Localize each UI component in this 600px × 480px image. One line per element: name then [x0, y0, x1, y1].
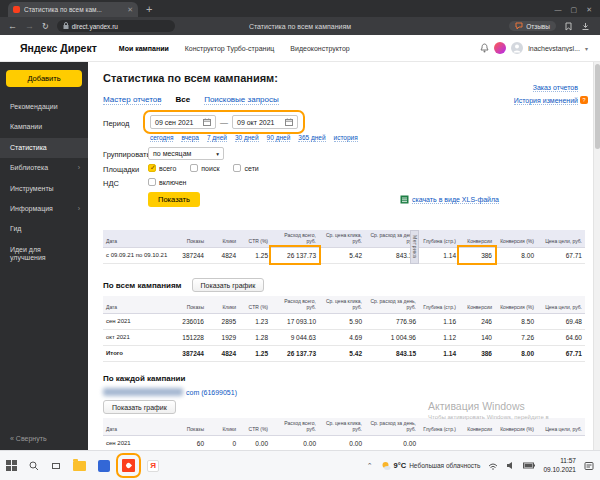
volume-icon[interactable] [506, 461, 515, 470]
checkbox-checked-icon[interactable] [148, 164, 156, 172]
wifi-icon[interactable] [488, 462, 498, 470]
page-scrollbar[interactable] [593, 62, 600, 450]
column-header[interactable]: Показы [169, 230, 207, 247]
column-header[interactable]: Глубина (стр.) [419, 230, 459, 247]
new-tab-button[interactable]: + [146, 2, 152, 17]
browser-tab[interactable]: Статистика по всем кам... ✕ [8, 2, 138, 17]
order-reports-link[interactable]: Заказ отчетов [533, 84, 578, 92]
chevron-down-icon[interactable]: ▾ [585, 45, 588, 52]
sidebar-collapse-button[interactable]: Свернуть [10, 435, 47, 442]
column-header[interactable]: Дата [103, 230, 169, 247]
tab-search-queries[interactable]: Поисковые запросы [204, 95, 278, 105]
scrollbar-thumb[interactable] [595, 64, 600, 149]
column-header[interactable]: Клики [207, 296, 239, 313]
sidebar-item-ideas[interactable]: Идеи для улучшения [0, 240, 88, 269]
campaign-name-blurred[interactable] [103, 388, 183, 396]
reload-icon[interactable]: ↻ [42, 22, 49, 31]
history-link[interactable]: История изменений [514, 97, 578, 105]
column-header[interactable]: Цена цели, руб. [537, 418, 585, 435]
taskbar-clock[interactable]: 11:57 09.10.2021 [543, 457, 576, 473]
column-header[interactable]: Показы [169, 418, 207, 435]
maximize-icon[interactable]: ▢ [571, 6, 578, 14]
vat-included[interactable]: включен [148, 178, 186, 186]
yandex-browser-icon-annotated[interactable] [122, 459, 135, 472]
column-header[interactable]: Конверсии [459, 230, 495, 247]
tray-expand-icon[interactable]: ⌃ [367, 462, 373, 470]
group-select[interactable]: по месяцам ▾ [148, 147, 224, 160]
nav-turbo-pages[interactable]: Конструктор Турбо-страниц [185, 45, 275, 52]
notification-center-icon[interactable] [584, 461, 594, 471]
quick-link-90days[interactable]: 90 дней [267, 134, 291, 142]
calendar-icon[interactable] [285, 118, 293, 126]
forward-icon[interactable]: → [25, 21, 34, 31]
task-view-icon[interactable] [51, 461, 61, 471]
bookmark-icon[interactable] [565, 22, 572, 31]
file-explorer-icon[interactable] [73, 461, 86, 471]
avatar[interactable] [511, 42, 523, 54]
date-from-input[interactable]: 09 сен 2021 [150, 115, 216, 129]
column-header[interactable]: Расход всего, руб. [271, 418, 319, 435]
download-xls-link[interactable]: скачать в виде XLS-файла [400, 195, 499, 204]
nav-video-constructor[interactable]: Видеоконструктор [290, 45, 349, 52]
download-icon[interactable] [581, 22, 590, 31]
column-header[interactable]: Цена цели, руб. [537, 230, 585, 247]
back-icon[interactable]: ← [8, 21, 17, 31]
bell-icon[interactable] [480, 43, 489, 53]
checkbox-icon[interactable] [148, 178, 156, 186]
minimize-icon[interactable]: — [555, 6, 562, 14]
column-header[interactable]: Ср. цена клика, руб. [319, 296, 365, 313]
battery-icon[interactable] [523, 462, 535, 469]
column-header[interactable]: Клики [207, 418, 239, 435]
sidebar-item-library[interactable]: Библиотека › [0, 158, 88, 178]
feedback-button[interactable]: Отзывы [509, 21, 556, 31]
column-header[interactable]: Дата [103, 296, 169, 313]
sidebar-item-statistics[interactable]: Статистика [0, 138, 88, 158]
weather-widget[interactable]: 9°C Небольшая облачность [381, 461, 481, 471]
column-header[interactable]: Глубина (стр.) [419, 296, 459, 313]
sidebar-item-tools[interactable]: Инструменты [0, 179, 88, 199]
quick-link-365days[interactable]: 365 дней [298, 134, 325, 142]
tab-report-master[interactable]: Мастер отчетов [103, 95, 161, 105]
column-header[interactable]: Ср. цена клика, руб. [319, 230, 365, 247]
nav-my-campaigns[interactable]: Мои кампании [119, 45, 169, 52]
close-icon[interactable]: ✕ [586, 6, 592, 14]
sidebar-item-recommendations[interactable]: Рекомендации [0, 97, 88, 117]
quick-link-today[interactable]: сегодня [150, 134, 173, 142]
quick-link-history[interactable]: история [334, 134, 358, 142]
column-header[interactable]: Дата [103, 418, 169, 435]
platform-total[interactable]: всего [148, 164, 176, 172]
column-header[interactable]: Конверсия (%) [495, 296, 537, 313]
column-header[interactable]: Глубина (стр.) [419, 418, 459, 435]
column-header[interactable]: Клики [207, 230, 239, 247]
metrika-vertical-tab[interactable]: Метрика [410, 230, 419, 264]
column-header[interactable]: Расход всего, руб. [271, 230, 319, 247]
checkbox-icon[interactable] [233, 164, 241, 172]
column-header[interactable]: Ср. расход за день, руб. [365, 418, 419, 435]
quick-link-yesterday[interactable]: вчера [181, 134, 198, 142]
column-header[interactable]: Конверсии [459, 296, 495, 313]
checkbox-icon[interactable] [190, 164, 198, 172]
address-bar[interactable]: direct.yandex.ru [57, 20, 175, 32]
column-header[interactable]: Ср. расход за день, руб. [365, 296, 419, 313]
column-header[interactable]: Ср. цена клика, руб. [319, 418, 365, 435]
column-header[interactable]: Расход всего, руб. [271, 296, 319, 313]
column-header[interactable]: CTR (%) [239, 296, 271, 313]
column-header[interactable]: CTR (%) [239, 418, 271, 435]
start-button-icon[interactable] [6, 460, 17, 471]
column-header[interactable]: Цена цели, руб. [537, 296, 585, 313]
sidebar-item-information[interactable]: Информация › [0, 199, 88, 219]
plus-avatar-icon[interactable] [494, 42, 506, 54]
username[interactable]: lnachevstanysl... [528, 45, 580, 52]
sidebar-item-guide[interactable]: Гид [0, 219, 88, 239]
tab-close-icon[interactable]: ✕ [127, 6, 133, 14]
quick-link-30days[interactable]: 30 дней [235, 134, 259, 142]
show-chart-button[interactable]: Показать график [192, 278, 265, 292]
add-button[interactable]: Добавить [6, 70, 82, 87]
platform-search[interactable]: поиск [190, 164, 219, 172]
column-header[interactable]: Показы [169, 296, 207, 313]
sidebar-item-campaigns[interactable]: Кампании [0, 117, 88, 137]
yandex-direct-logo[interactable]: Яндекс Директ [20, 42, 97, 54]
column-header[interactable]: Конверсии [459, 418, 495, 435]
help-badge-icon[interactable]: ? [580, 96, 588, 104]
platform-networks[interactable]: сети [233, 164, 258, 172]
